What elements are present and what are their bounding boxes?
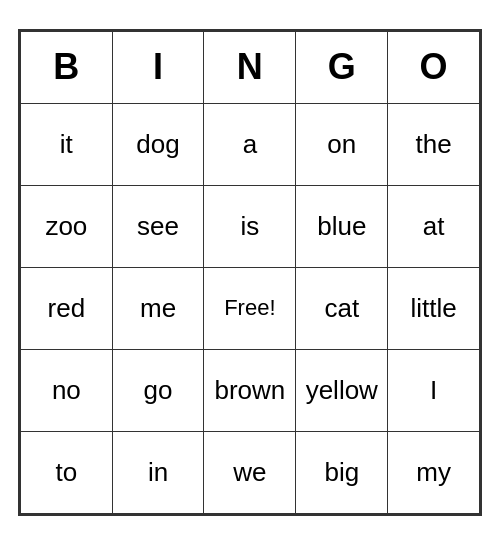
bingo-cell-4-0: to xyxy=(21,431,113,513)
bingo-row-3: nogobrownyellowI xyxy=(21,349,480,431)
bingo-cell-2-3: cat xyxy=(296,267,388,349)
bingo-cell-0-3: on xyxy=(296,103,388,185)
bingo-cell-1-3: blue xyxy=(296,185,388,267)
bingo-cell-2-0: red xyxy=(21,267,113,349)
bingo-cell-0-1: dog xyxy=(112,103,204,185)
bingo-cell-0-2: a xyxy=(204,103,296,185)
bingo-cell-1-0: zoo xyxy=(21,185,113,267)
bingo-cell-1-4: at xyxy=(388,185,480,267)
bingo-row-1: zooseeisblueat xyxy=(21,185,480,267)
bingo-row-0: itdogaonthe xyxy=(21,103,480,185)
bingo-cell-3-3: yellow xyxy=(296,349,388,431)
bingo-cell-4-2: we xyxy=(204,431,296,513)
bingo-cell-2-2: Free! xyxy=(204,267,296,349)
bingo-cell-4-4: my xyxy=(388,431,480,513)
bingo-cell-4-1: in xyxy=(112,431,204,513)
bingo-header-O: O xyxy=(388,31,480,103)
bingo-cell-2-1: me xyxy=(112,267,204,349)
bingo-cell-1-2: is xyxy=(204,185,296,267)
bingo-row-2: redmeFree!catlittle xyxy=(21,267,480,349)
bingo-header-B: B xyxy=(21,31,113,103)
bingo-cell-1-1: see xyxy=(112,185,204,267)
bingo-row-4: toinwebigmy xyxy=(21,431,480,513)
bingo-cell-3-1: go xyxy=(112,349,204,431)
bingo-cell-0-0: it xyxy=(21,103,113,185)
bingo-header-N: N xyxy=(204,31,296,103)
bingo-cell-2-4: little xyxy=(388,267,480,349)
bingo-header-G: G xyxy=(296,31,388,103)
bingo-header-I: I xyxy=(112,31,204,103)
bingo-cell-0-4: the xyxy=(388,103,480,185)
bingo-cell-3-0: no xyxy=(21,349,113,431)
bingo-cell-3-4: I xyxy=(388,349,480,431)
bingo-cell-4-3: big xyxy=(296,431,388,513)
bingo-cell-3-2: brown xyxy=(204,349,296,431)
bingo-card: BINGO itdogaonthezooseeisblueatredmeFree… xyxy=(18,29,482,516)
